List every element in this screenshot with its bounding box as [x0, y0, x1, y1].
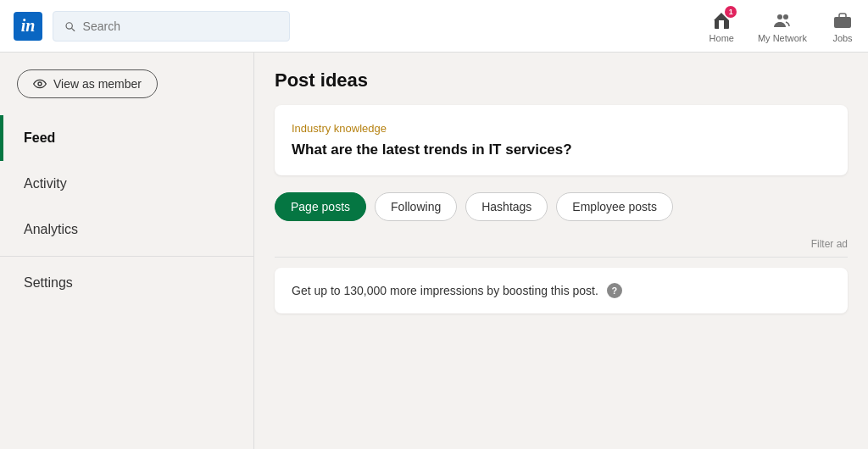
filter-tabs: Page posts Following Hashtags Employee p…	[275, 192, 848, 221]
navbar: in 1 Home	[0, 0, 868, 53]
eye-icon	[33, 77, 47, 91]
nav-home[interactable]: 1 Home	[709, 9, 734, 43]
nav-jobs[interactable]: Jobs	[831, 9, 854, 43]
sidebar-item-analytics[interactable]: Analytics	[0, 207, 253, 252]
filter-ad-label: Filter ad	[811, 238, 848, 250]
home-label: Home	[709, 33, 734, 43]
post-idea-card: Industry knowledge What are the latest t…	[275, 105, 848, 175]
svg-point-1	[783, 14, 788, 19]
content-area: Post ideas Industry knowledge What are t…	[254, 53, 868, 449]
network-label: My Network	[758, 33, 807, 43]
main-layout: View as member Feed Activity Analytics S…	[0, 53, 868, 449]
sidebar-item-settings[interactable]: Settings	[0, 260, 253, 306]
notification-badge: 1	[725, 6, 737, 18]
sidebar: View as member Feed Activity Analytics S…	[0, 53, 254, 449]
sidebar-divider	[0, 256, 253, 257]
jobs-label: Jobs	[832, 33, 852, 43]
svg-point-3	[38, 82, 42, 86]
svg-rect-2	[834, 17, 851, 28]
tab-page-posts[interactable]: Page posts	[275, 192, 366, 221]
post-idea-category: Industry knowledge	[292, 122, 831, 135]
post-idea-question: What are the latest trends in IT service…	[292, 141, 831, 158]
network-icon	[772, 10, 793, 30]
sidebar-nav: Feed Activity Analytics Settings	[0, 115, 253, 306]
boost-banner: Get up to 130,000 more impressions by bo…	[275, 268, 848, 313]
sidebar-item-activity[interactable]: Activity	[0, 161, 253, 207]
filter-ad-row: Filter ad	[275, 231, 848, 258]
sidebar-item-feed[interactable]: Feed	[0, 115, 253, 161]
section-title: Post ideas	[275, 69, 848, 91]
search-bar[interactable]	[53, 11, 290, 42]
view-as-member-button[interactable]: View as member	[17, 69, 158, 98]
tab-employee-posts[interactable]: Employee posts	[556, 192, 673, 221]
help-icon[interactable]: ?	[607, 283, 622, 298]
jobs-icon	[832, 10, 853, 30]
linkedin-logo[interactable]: in	[14, 12, 42, 41]
tab-following[interactable]: Following	[375, 192, 457, 221]
tab-hashtags[interactable]: Hashtags	[465, 192, 548, 221]
svg-point-0	[777, 14, 782, 19]
nav-network[interactable]: My Network	[758, 9, 807, 43]
search-icon	[64, 19, 76, 33]
nav-icons: 1 Home My Network	[709, 9, 854, 43]
search-input[interactable]	[83, 19, 279, 33]
boost-text: Get up to 130,000 more impressions by bo…	[292, 284, 598, 297]
